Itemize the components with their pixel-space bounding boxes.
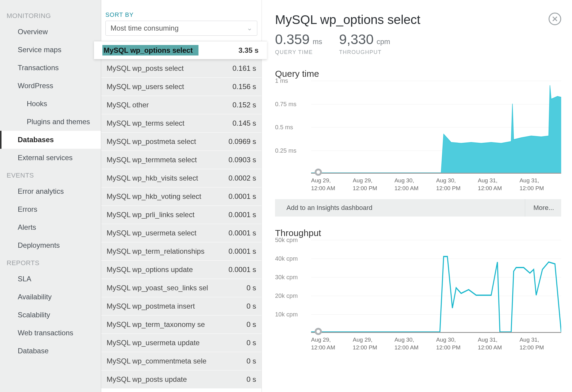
query-time-value: 0 s [247, 375, 256, 384]
x-axis-tick: Aug 31,12:00 PM [519, 336, 561, 351]
query-row[interactable]: MySQL wp_prli_links select0.0001 s [101, 206, 262, 224]
sort-select[interactable]: Most time consuming ⌄ [105, 21, 257, 36]
query-row[interactable]: MySQL wp_terms select0.145 s [101, 114, 262, 133]
query-name: MySQL wp_usermeta update [107, 339, 203, 347]
sidebar-item-web-transactions[interactable]: Web transactions [0, 324, 101, 342]
x-axis-tick: Aug 31,12:00 PM [519, 177, 561, 192]
timeline-scrubber[interactable] [315, 328, 322, 335]
query-time-value: 0.145 s [232, 119, 256, 127]
query-time-value: 0.0002 s [228, 174, 256, 182]
query-time-value: 0.0001 s [228, 211, 256, 219]
query-row[interactable]: MySQL wp_usermeta select0.0001 s [101, 224, 262, 242]
add-to-dashboard-link[interactable]: Add to an Insights dashboard [286, 204, 372, 212]
query-time-value: 0.152 s [232, 101, 256, 109]
query-row[interactable]: MySQL wp_hkb_visits select0.0002 s [101, 169, 262, 187]
x-axis-tick: Aug 31,12:00 AM [478, 177, 519, 192]
query-row[interactable]: MySQL wp_posts update0 s [101, 370, 262, 389]
query-time-value: 0.161 s [232, 64, 256, 73]
sidebar-item-scalability[interactable]: Scalability [0, 306, 101, 324]
chart-title-query-time: Query time [275, 69, 561, 79]
insights-dashboard-bar: Add to an Insights dashboard More... [275, 199, 561, 217]
x-axis-tick: Aug 29,12:00 PM [353, 177, 395, 192]
sidebar-group-title: MONITORING [0, 7, 101, 23]
query-time-value: 0.0969 s [228, 137, 256, 146]
detail-panel: MySQL wp_options select 0.359 ms QUERY T… [262, 0, 572, 392]
sidebar-item-hooks[interactable]: Hooks [0, 95, 101, 113]
y-axis-tick: 30k cpm [275, 274, 311, 281]
query-time-value: 0.359 [275, 31, 310, 47]
query-row[interactable]: MySQL wp_postmeta insert0 s [101, 297, 262, 316]
sidebar: MONITORINGOverviewService mapsTransactio… [0, 0, 101, 392]
y-axis-tick: 1 ms [275, 77, 311, 84]
sidebar-item-wordpress[interactable]: WordPress [0, 77, 101, 95]
query-name: MySQL wp_users select [107, 82, 187, 91]
dashboard-more-button[interactable]: More... [525, 199, 554, 217]
sidebar-item-transactions[interactable]: Transactions [0, 59, 101, 77]
sort-selected-value: Most time consuming [110, 24, 179, 32]
chart-throughput: Throughput 50k cpm40k cpm30k cpm20k cpm1… [275, 228, 561, 351]
query-name: MySQL wp_term_relationships [107, 247, 207, 256]
query-time-value: 0.0001 s [228, 192, 256, 201]
query-row[interactable]: MySQL wp_users select0.156 s [101, 78, 262, 96]
query-list-panel: SORT BY Most time consuming ⌄ MySQL wp_o… [101, 0, 262, 392]
query-row[interactable]: MySQL other0.152 s [101, 96, 262, 114]
query-list: MySQL wp_options select3.35 sMySQL wp_po… [101, 41, 262, 389]
y-axis-tick: 0.75 ms [275, 100, 311, 107]
x-axis-tick: Aug 30,12:00 PM [436, 336, 478, 351]
x-axis-tick: Aug 29,12:00 PM [353, 336, 395, 351]
query-row[interactable]: MySQL wp_term_relationships0.0001 s [101, 242, 262, 261]
sidebar-item-deployments[interactable]: Deployments [0, 236, 101, 254]
query-name: MySQL wp_postmeta select [107, 137, 199, 146]
query-row[interactable]: MySQL wp_options select3.35 s [94, 41, 267, 59]
sidebar-item-sla[interactable]: SLA [0, 270, 101, 288]
query-name: MySQL wp_options update [107, 265, 196, 274]
query-time-value: 0 s [247, 357, 256, 365]
query-name: MySQL wp_yoast_seo_links sel [107, 284, 211, 292]
query-name: MySQL wp_prli_links select [107, 211, 198, 219]
y-axis-tick: 0.25 ms [275, 147, 311, 154]
query-row[interactable]: MySQL wp_term_taxonomy se0 s [101, 316, 262, 334]
query-name: MySQL wp_hkb_visits select [107, 174, 201, 182]
chart-query-time: Query time 1 ms0.75 ms0.5 ms0.25 ms Aug … [275, 69, 561, 217]
query-name: MySQL wp_commentmeta sele [107, 357, 210, 365]
sidebar-item-plugins-and-themes[interactable]: Plugins and themes [0, 113, 101, 131]
query-time-value: 0.0001 s [228, 229, 256, 237]
metric-query-time: 0.359 ms QUERY TIME [275, 31, 322, 55]
query-time-value: 0.0903 s [228, 156, 256, 164]
sidebar-item-database[interactable]: Database [0, 342, 101, 360]
query-row[interactable]: MySQL wp_yoast_seo_links sel0 s [101, 279, 262, 297]
query-name: MySQL wp_termmeta select [107, 156, 200, 164]
y-axis-tick: 10k cpm [275, 311, 311, 318]
sidebar-item-service-maps[interactable]: Service maps [0, 41, 101, 59]
timeline-scrubber[interactable] [315, 169, 322, 176]
query-row[interactable]: MySQL wp_hkb_voting select0.0001 s [101, 187, 262, 206]
x-axis-tick: Aug 29,12:00 AM [311, 177, 353, 192]
query-time-value: 0 s [247, 339, 256, 347]
query-time-value: 0 s [247, 302, 256, 310]
query-row[interactable]: MySQL wp_options update0.0001 s [101, 261, 262, 279]
throughput-value: 9,330 [339, 31, 374, 47]
query-row[interactable]: MySQL wp_usermeta update0 s [101, 334, 262, 352]
query-time-value: 0.0001 s [228, 247, 256, 256]
query-row[interactable]: MySQL wp_commentmeta sele0 s [101, 352, 262, 370]
query-row[interactable]: MySQL wp_postmeta select0.0969 s [101, 133, 262, 151]
close-button[interactable] [549, 13, 561, 25]
query-name: MySQL wp_term_taxonomy se [107, 320, 208, 329]
query-row[interactable]: MySQL wp_termmeta select0.0903 s [101, 151, 262, 169]
sidebar-item-errors[interactable]: Errors [0, 200, 101, 218]
throughput-unit: cpm [377, 37, 390, 46]
query-name: MySQL wp_postmeta insert [107, 302, 198, 310]
sidebar-item-availability[interactable]: Availability [0, 288, 101, 306]
query-time-value: 0 s [247, 284, 256, 292]
sidebar-item-external-services[interactable]: External services [0, 149, 101, 167]
sidebar-item-alerts[interactable]: Alerts [0, 218, 101, 236]
y-axis-tick: 20k cpm [275, 292, 311, 299]
sidebar-item-error-analytics[interactable]: Error analytics [0, 182, 101, 200]
sidebar-item-overview[interactable]: Overview [0, 23, 101, 41]
query-time-label: QUERY TIME [275, 49, 322, 55]
query-name: MySQL wp_posts update [107, 375, 190, 384]
y-axis-tick: 50k cpm [275, 237, 311, 244]
x-axis-tick: Aug 29,12:00 AM [311, 336, 353, 351]
query-row[interactable]: MySQL wp_posts select0.161 s [101, 59, 262, 78]
sidebar-item-databases[interactable]: Databases [0, 131, 101, 149]
